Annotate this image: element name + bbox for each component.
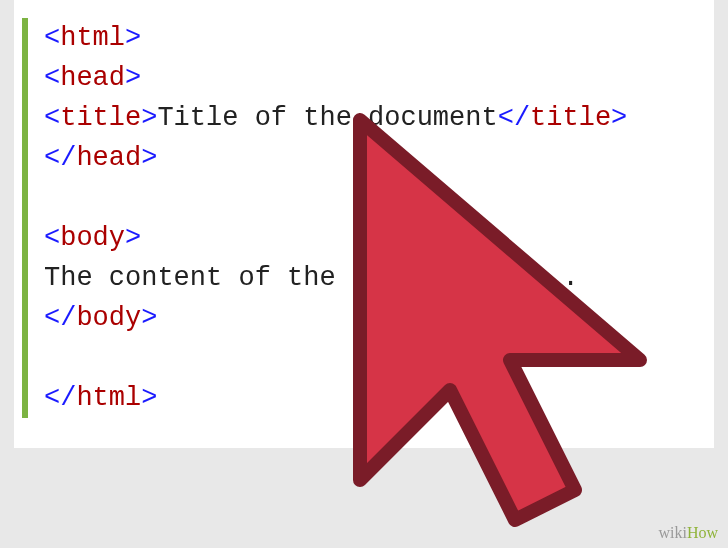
watermark-prefix: wiki <box>658 524 686 541</box>
code-line <box>44 338 627 378</box>
code-line: <head> <box>44 58 627 98</box>
watermark-suffix: How <box>687 524 718 541</box>
code-line: </html> <box>44 378 627 418</box>
code-line: The content of the document...... <box>44 258 627 298</box>
gutter-stripe <box>22 18 28 418</box>
code-line <box>44 178 627 218</box>
code-line: <body> <box>44 218 627 258</box>
code-block: <html><head><title>Title of the document… <box>44 18 627 418</box>
watermark: wikiHow <box>658 524 718 542</box>
code-line: </head> <box>44 138 627 178</box>
code-page: <html><head><title>Title of the document… <box>14 0 714 448</box>
code-line: <html> <box>44 18 627 58</box>
code-line: </body> <box>44 298 627 338</box>
code-line: <title>Title of the document</title> <box>44 98 627 138</box>
